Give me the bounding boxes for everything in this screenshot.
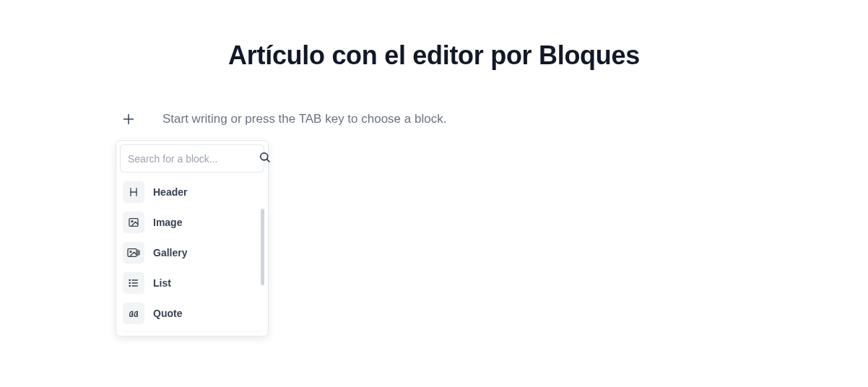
page-title: Artículo con el editor por Bloques xyxy=(0,40,868,71)
block-item-label: Quote xyxy=(153,308,182,319)
block-item-label: List xyxy=(153,277,171,289)
block-item-list[interactable]: List xyxy=(120,268,264,298)
gallery-icon xyxy=(123,242,144,264)
search-icon xyxy=(259,151,271,166)
block-search-box xyxy=(120,144,264,173)
block-item-image[interactable]: Image xyxy=(120,207,264,238)
svg-point-10 xyxy=(130,251,131,253)
block-search-input[interactable] xyxy=(128,153,254,165)
divider xyxy=(123,331,261,332)
block-item-quote[interactable]: Quote xyxy=(120,298,264,329)
svg-point-8 xyxy=(131,221,133,222)
block-chooser-popover: Header Image xyxy=(116,140,269,336)
block-item-label: Gallery xyxy=(153,247,187,258)
svg-line-3 xyxy=(266,159,269,162)
svg-point-13 xyxy=(129,279,130,280)
add-block-button[interactable] xyxy=(119,110,138,129)
image-icon xyxy=(123,212,144,233)
quote-icon xyxy=(123,303,144,324)
block-list: Header Image xyxy=(120,177,264,329)
plus-icon xyxy=(123,113,134,125)
scrollbar-thumb[interactable] xyxy=(261,209,264,285)
block-item-label: Header xyxy=(153,186,187,198)
block-item-header[interactable]: Header xyxy=(120,177,264,207)
editor-line: Start writing or press the TAB key to ch… xyxy=(119,110,868,129)
heading-icon xyxy=(123,181,144,203)
editor-placeholder[interactable]: Start writing or press the TAB key to ch… xyxy=(162,112,446,126)
svg-point-14 xyxy=(129,282,130,283)
list-icon xyxy=(123,272,144,294)
block-item-gallery[interactable]: Gallery xyxy=(120,238,264,268)
svg-point-15 xyxy=(129,285,130,286)
block-item-label: Image xyxy=(153,217,182,228)
